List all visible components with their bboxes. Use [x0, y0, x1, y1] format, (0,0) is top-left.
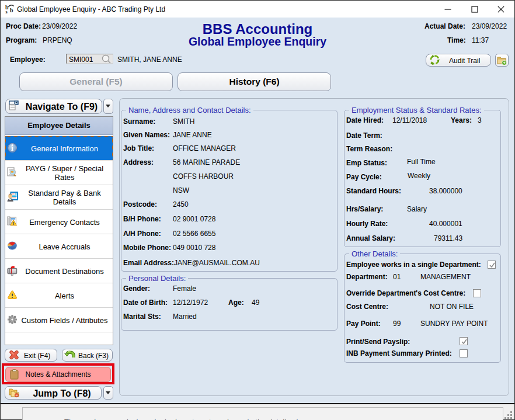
- svg-text:b: b: [10, 7, 13, 13]
- svg-text:s: s: [6, 9, 8, 13]
- svg-text:!: !: [13, 220, 15, 225]
